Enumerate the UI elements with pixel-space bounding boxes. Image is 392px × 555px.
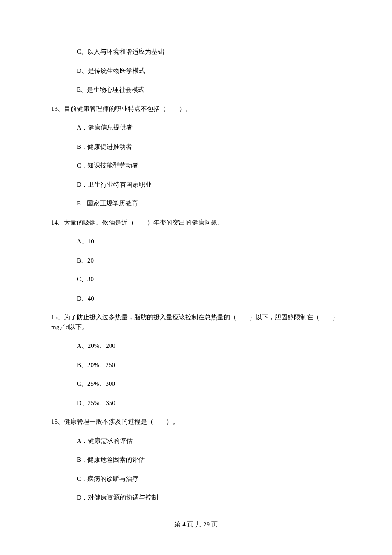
q15-option-a: A、20%、200 (51, 341, 341, 351)
q13-option-a: A．健康信息提供者 (51, 123, 341, 133)
q15-option-d: D、25%、350 (51, 398, 341, 408)
q16-option-b: B．健康危险因素的评估 (51, 455, 341, 465)
q12-option-c: C、以人与环境和谐适应为基础 (51, 47, 341, 57)
q16-stem: 16、健康管理一般不涉及的过程是（ ）。 (51, 417, 341, 427)
q16-option-d: D．对健康资源的协调与控制 (51, 493, 341, 503)
q14-option-c: C、30 (51, 275, 341, 284)
q12-option-e: E、是生物心理社会模式 (51, 85, 341, 95)
q16-option-a: A．健康需求的评估 (51, 436, 341, 446)
q15-stem: 15、为了防止摄入过多热量，脂肪的摄入量应该控制在总热量的（ ）以下，胆固醇限制… (51, 312, 341, 332)
q13-option-d: D．卫生行业特有国家职业 (51, 180, 341, 190)
q14-stem: 14、大量的吸烟、饮酒是近（ ）年变的突出的健康问题。 (51, 218, 341, 228)
q15-option-c: C、25%、300 (51, 379, 341, 389)
q14-option-d: D、40 (51, 294, 341, 304)
q12-option-d: D、是传统生物医学模式 (51, 66, 341, 76)
q13-stem: 13、目前健康管理师的职业特点不包括（ ）。 (51, 104, 341, 114)
q13-option-b: B．健康促进推动者 (51, 142, 341, 152)
q13-option-c: C．知识技能型劳动者 (51, 161, 341, 171)
q14-option-a: A、10 (51, 237, 341, 246)
page-footer: 第 4 页 共 29 页 (0, 520, 392, 529)
q14-option-b: B、20 (51, 256, 341, 266)
q13-option-e: E．国家正规学历教育 (51, 199, 341, 208)
q15-option-b: B、20%、250 (51, 360, 341, 370)
q16-option-c: C．疾病的诊断与治疗 (51, 474, 341, 484)
page-content: C、以人与环境和谐适应为基础 D、是传统生物医学模式 E、是生物心理社会模式 1… (0, 0, 392, 503)
